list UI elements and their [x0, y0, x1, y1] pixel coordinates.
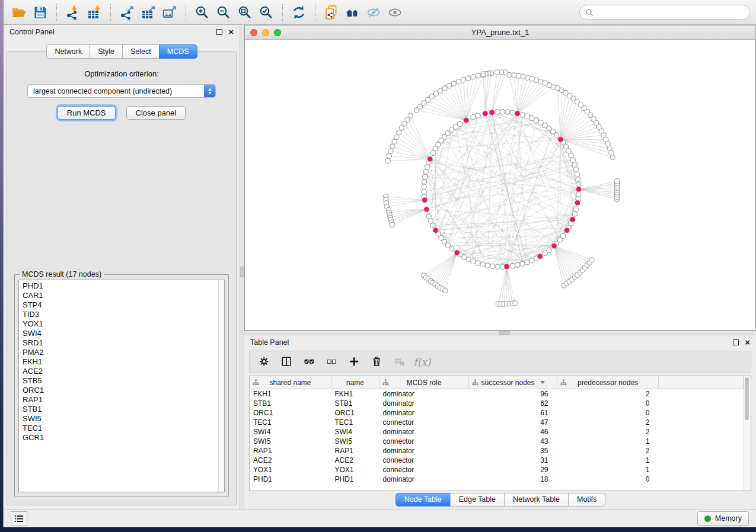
table-cell[interactable]: dominator — [379, 408, 469, 418]
tab-select[interactable]: Select — [122, 44, 160, 59]
table-cell[interactable]: 1 — [557, 465, 659, 475]
table-row[interactable]: SWI4SWI4dominator462 — [250, 427, 744, 437]
table-cell[interactable]: 47 — [469, 418, 557, 427]
tab-motifs[interactable]: Motifs — [568, 493, 605, 507]
mcds-result-item[interactable]: CAR1 — [23, 291, 218, 300]
splitter-handle[interactable] — [499, 331, 510, 335]
zoom-in-icon[interactable] — [193, 3, 212, 22]
table-cell[interactable]: TEC1 — [250, 418, 331, 427]
mcds-result-item[interactable]: TEC1 — [23, 424, 218, 433]
mcds-result-item[interactable]: ORC1 — [23, 386, 218, 395]
zoom-fit-icon[interactable] — [235, 3, 254, 22]
table-cell[interactable]: YOX1 — [331, 465, 379, 475]
vertical-splitter[interactable] — [240, 25, 244, 509]
column-header-name[interactable]: name — [331, 376, 379, 389]
tab-network-table[interactable]: Network Table — [504, 493, 569, 507]
tab-edge-table[interactable]: Edge Table — [450, 493, 505, 507]
table-cell[interactable]: dominator — [379, 446, 469, 456]
add-column-icon[interactable] — [348, 355, 361, 368]
table-cell[interactable]: 0 — [557, 475, 659, 484]
search-box[interactable] — [579, 5, 750, 20]
zoom-out-icon[interactable] — [214, 3, 233, 22]
table-cell[interactable]: dominator — [379, 427, 469, 437]
table-row[interactable]: STB1STB1dominator620 — [250, 399, 744, 408]
table-row[interactable]: RAP1RAP1dominator352 — [250, 446, 744, 456]
table-row[interactable]: YOX1YOX1connector291 — [250, 465, 744, 475]
table-cell[interactable]: RAP1 — [331, 446, 379, 456]
save-icon[interactable] — [31, 3, 50, 22]
table-cell[interactable]: 43 — [469, 437, 557, 446]
column-header-MCDS-role[interactable]: MCDS role — [379, 376, 469, 389]
deselect-all-columns-icon[interactable] — [326, 355, 339, 368]
table-cell[interactable]: STB1 — [250, 399, 331, 408]
table-cell[interactable]: PHD1 — [331, 475, 379, 484]
task-history-button[interactable] — [11, 511, 27, 526]
mcds-result-list[interactable]: PHD1CAR1STP4TID3YOX1SWI4SRD1PMA2FKH1ACE2… — [18, 280, 225, 492]
float-panel-icon[interactable] — [733, 339, 739, 345]
mcds-result-item[interactable]: GCR1 — [23, 433, 218, 443]
run-mcds-button[interactable]: Run MCDS — [58, 106, 116, 120]
column-panel-icon[interactable] — [280, 355, 294, 368]
mcds-result-item[interactable]: SWI4 — [23, 329, 218, 338]
table-cell[interactable]: RAP1 — [250, 446, 331, 456]
table-cell[interactable]: connector — [379, 456, 469, 465]
close-panel-button[interactable]: Close panel — [126, 106, 186, 120]
mcds-result-item[interactable]: PMA2 — [23, 348, 218, 357]
show-all-icon[interactable] — [386, 3, 405, 22]
table-cell[interactable]: FKH1 — [250, 389, 331, 399]
table-cell[interactable]: ACE2 — [250, 456, 331, 465]
splitter-handle[interactable] — [240, 267, 244, 277]
table-cell[interactable]: 2 — [557, 427, 659, 437]
table-cell[interactable]: 35 — [469, 446, 557, 456]
import-network-icon[interactable] — [63, 3, 82, 22]
table-row[interactable]: ACE2ACE2connector311 — [250, 456, 744, 465]
table-cell[interactable]: FKH1 — [331, 389, 379, 399]
table-cell[interactable]: dominator — [379, 389, 469, 399]
table-cell[interactable]: 96 — [469, 389, 557, 399]
mcds-result-item[interactable]: PHD1 — [23, 281, 218, 291]
float-panel-icon[interactable] — [216, 29, 222, 35]
mcds-result-item[interactable]: YOX1 — [23, 319, 218, 329]
table-cell[interactable]: dominator — [379, 475, 469, 484]
horizontal-splitter[interactable] — [244, 331, 756, 335]
table-cell[interactable]: 1 — [557, 456, 659, 465]
select-all-columns-icon[interactable] — [303, 355, 316, 368]
memory-button[interactable]: Memory — [697, 511, 749, 526]
export-table-icon[interactable] — [139, 3, 158, 22]
table-cell[interactable]: 62 — [469, 399, 557, 408]
import-table-icon[interactable] — [85, 3, 104, 22]
delete-column-icon[interactable] — [371, 355, 384, 368]
table-cell[interactable]: 2 — [557, 446, 659, 456]
mcds-result-item[interactable]: TID3 — [23, 310, 218, 319]
table-cell[interactable]: 2 — [557, 389, 659, 399]
table-cell[interactable]: SWI5 — [331, 437, 379, 446]
refresh-icon[interactable] — [289, 3, 308, 22]
table-cell[interactable]: 61 — [469, 408, 557, 418]
zoom-window-button[interactable] — [274, 29, 281, 36]
close-window-button[interactable] — [250, 29, 257, 36]
table-row[interactable]: TEC1TEC1connector472 — [250, 418, 744, 427]
column-header-shared-name[interactable]: shared name — [250, 376, 331, 389]
table-cell[interactable]: 2 — [557, 418, 659, 427]
export-image-icon[interactable] — [160, 3, 179, 22]
table-cell[interactable]: SWI4 — [250, 427, 331, 437]
table-cell[interactable]: 46 — [469, 427, 557, 437]
first-neighbors-icon[interactable] — [343, 3, 362, 22]
table-cell[interactable]: YOX1 — [250, 465, 331, 475]
table-cell[interactable]: TEC1 — [331, 418, 379, 427]
mcds-result-item[interactable]: STB5 — [23, 376, 218, 386]
table-cell[interactable]: connector — [379, 465, 469, 475]
table-cell[interactable]: STB1 — [331, 399, 379, 408]
mcds-result-item[interactable]: SWI5 — [23, 414, 218, 424]
table-cell[interactable]: 1 — [557, 437, 659, 446]
tab-style[interactable]: Style — [90, 44, 123, 59]
table-cell[interactable]: 0 — [557, 399, 659, 408]
criterion-dropdown[interactable]: largest connected component (undirected) — [27, 84, 216, 98]
table-cell[interactable]: PHD1 — [250, 475, 331, 484]
duplicate-network-icon[interactable] — [322, 3, 341, 22]
table-row[interactable]: SWI5SWI5connector431 — [250, 437, 744, 446]
mcds-result-item[interactable]: SRD1 — [23, 338, 218, 348]
settings-gear-icon[interactable] — [258, 355, 271, 368]
list-scrollbar[interactable] — [218, 280, 224, 492]
table-cell[interactable]: SWI5 — [250, 437, 331, 446]
